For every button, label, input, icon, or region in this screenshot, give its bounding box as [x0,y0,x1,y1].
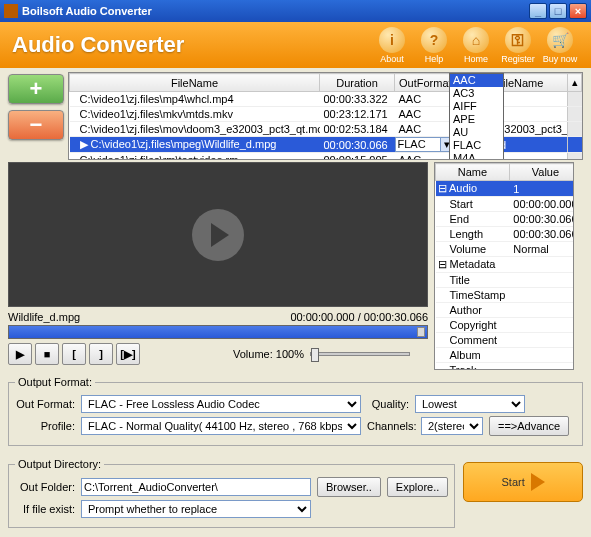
profile-label: Profile: [15,420,75,432]
props-row[interactable]: Copyright [436,318,575,333]
outformat-dropdown[interactable]: AACAC3AIFFAPEAUFLACM4AM4RMKAMP2 [449,73,504,160]
browse-button[interactable]: Browser.. [317,477,381,497]
close-button[interactable]: × [569,3,587,19]
window-title: Boilsoft Audio Converter [22,5,529,17]
output-directory-group: Output Directory: Out Folder: Browser.. … [8,458,455,528]
header-home-button[interactable]: ⌂Home [457,27,495,64]
seek-bar[interactable] [8,325,428,339]
mark-in-button[interactable]: [ [62,343,86,365]
props-row[interactable]: Comment [436,333,575,348]
app-icon [4,4,18,18]
format-option[interactable]: AAC [450,74,503,87]
table-row[interactable]: C:\video1\zj.files\rm\testvideo.rm00:00:… [70,153,582,161]
out-format-select[interactable]: FLAC - Free Lossless Audio Codec [81,395,361,413]
home-icon: ⌂ [463,27,489,53]
output-directory-legend: Output Directory: [15,458,104,470]
output-format-group: Output Format: Out Format: FLAC - Free L… [8,376,583,446]
table-row[interactable]: ▶ C:\video1\zj.files\mpeg\Wildlife_d.mpg… [70,137,582,153]
start-label: Start [502,476,525,488]
header-buy-button[interactable]: 🛒Buy now [541,27,579,64]
properties-panel[interactable]: Name Value ⊟ Audio1Start00:00:00.000End0… [434,162,574,370]
help-icon: ? [421,27,447,53]
header-about-button[interactable]: iAbout [373,27,411,64]
if-exist-select[interactable]: Prompt whether to replace [81,500,311,518]
preview-time: 00:00:00.000 / 00:00:30.066 [290,311,428,323]
volume-thumb[interactable] [311,348,319,362]
minimize-button[interactable]: _ [529,3,547,19]
play-selection-button[interactable]: [▶] [116,343,140,365]
out-folder-label: Out Folder: [15,481,75,493]
mark-out-button[interactable]: ] [89,343,113,365]
header-register-button[interactable]: ⚿Register [499,27,537,64]
buy-icon: 🛒 [547,27,573,53]
format-option[interactable]: AU [450,126,503,139]
file-grid[interactable]: FileName Duration OutFormat OutFileName … [68,72,583,160]
app-title: Audio Converter [12,32,373,58]
preview-play-icon[interactable] [192,209,244,261]
format-option[interactable]: AC3 [450,87,503,100]
format-option[interactable]: M4A [450,152,503,160]
explore-button[interactable]: Explore.. [387,477,448,497]
out-folder-input[interactable] [81,478,311,496]
props-row[interactable]: Start00:00:00.000 [436,197,575,212]
props-row[interactable]: VolumeNormal [436,242,575,257]
volume-label: Volume: 100% [233,348,304,360]
start-arrow-icon [531,473,545,491]
advance-button[interactable]: ==>Advance [489,416,569,436]
play-button[interactable]: ▶ [8,343,32,365]
output-format-legend: Output Format: [15,376,95,388]
col-duration[interactable]: Duration [320,74,395,92]
format-option[interactable]: AIFF [450,100,503,113]
grid-scroll-up[interactable]: ▴ [568,74,582,92]
remove-file-button[interactable]: − [8,110,64,140]
profile-select[interactable]: FLAC - Normal Quality( 44100 Hz, stereo … [81,417,361,435]
stop-button[interactable]: ■ [35,343,59,365]
quality-label: Quality: [367,398,409,410]
table-row[interactable]: C:\video1\zj.files\mp4\whcl.mp400:00:33.… [70,92,582,107]
props-row[interactable]: Track [436,363,575,371]
out-format-label: Out Format: [15,398,75,410]
quality-select[interactable]: Lowest [415,395,525,413]
props-category-metadata[interactable]: ⊟ Metadata [436,257,575,273]
props-row[interactable]: TimeStamp [436,288,575,303]
seek-thumb[interactable] [417,327,425,337]
props-col-name[interactable]: Name [436,164,510,181]
props-row[interactable]: End00:00:30.066 [436,212,575,227]
col-filename[interactable]: FileName [70,74,320,92]
table-row[interactable]: C:\video1\zj.files\mov\doom3_e32003_pct3… [70,122,582,137]
if-exist-label: If file exist: [15,503,75,515]
props-row[interactable]: Author [436,303,575,318]
table-row[interactable]: C:\video1\zj.files\mkv\mtds.mkv00:23:12.… [70,107,582,122]
header-help-button[interactable]: ?Help [415,27,453,64]
channels-select[interactable]: 2(stereo) [421,417,483,435]
add-file-button[interactable]: + [8,74,64,104]
volume-slider[interactable] [310,352,410,356]
start-button[interactable]: Start [463,462,583,502]
props-category-audio[interactable]: ⊟ Audio1 [436,181,575,197]
props-row[interactable]: Album [436,348,575,363]
about-icon: i [379,27,405,53]
format-option[interactable]: APE [450,113,503,126]
props-col-value[interactable]: Value [509,164,574,181]
video-preview [8,162,428,307]
format-option[interactable]: FLAC [450,139,503,152]
props-row[interactable]: Title [436,273,575,288]
props-row[interactable]: Length00:00:30.066 [436,227,575,242]
preview-filename: Wildlife_d.mpg [8,311,80,323]
col-outformat[interactable]: OutFormat [395,74,455,92]
maximize-button[interactable]: □ [549,3,567,19]
register-icon: ⚿ [505,27,531,53]
channels-label: Channels: [367,420,415,432]
